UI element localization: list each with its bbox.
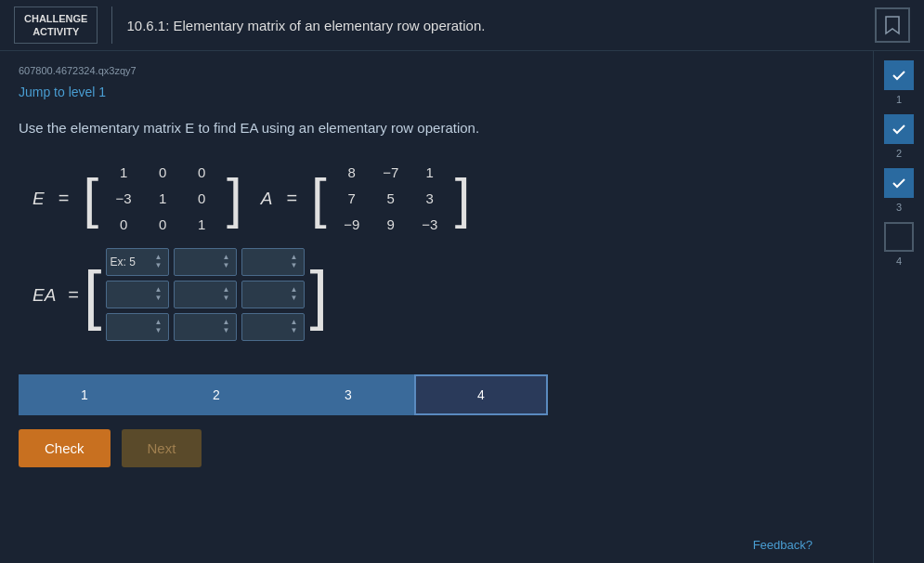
ea-input-r2c2[interactable]: ▲ ▼ (174, 281, 237, 308)
level-1-indicator: 1 (884, 60, 914, 105)
spinner-up-r2c2[interactable]: ▲ (221, 286, 232, 294)
spinner-up-r1c2[interactable]: ▲ (221, 254, 232, 261)
matrix-a: [ 8 −7 1 7 5 3 −9 9 −3 ] (311, 158, 470, 240)
spinner-up-r3c3[interactable]: ▲ (289, 319, 300, 326)
matrix-a-content: 8 −7 1 7 5 3 −9 9 −3 (327, 158, 455, 240)
level-3-number: 3 (896, 202, 902, 213)
level-3-check[interactable] (884, 168, 914, 198)
ea-section: EA = [ Ex: 5 ▲ ▼ ▲ (33, 244, 854, 347)
spinner-up-r1c1[interactable]: ▲ (153, 254, 164, 261)
badge-line1: CHALLENGE (24, 13, 87, 24)
instruction-text: Use the elementary matrix E to find EA u… (19, 118, 706, 139)
matrix-e-content: 1 0 0 −3 1 0 0 0 1 (98, 158, 227, 240)
spinner-down-r2c3[interactable]: ▼ (289, 295, 300, 302)
spinner-up-r3c1[interactable]: ▲ (153, 319, 164, 326)
check-button[interactable]: Check (19, 429, 111, 467)
spinner-down-r2c2[interactable]: ▼ (221, 295, 232, 302)
matrix-equation: E = [ 1 0 0 −3 1 0 0 0 1 ] A (33, 158, 854, 240)
level-3-indicator: 3 (884, 168, 914, 213)
badge-line2: ACTIVITY (33, 26, 79, 37)
level-4-indicator: 4 (884, 222, 914, 267)
content-area: 607800.4672324.qx3zqy7 Jump to level 1 U… (0, 51, 873, 563)
ea-input-r3c2[interactable]: ▲ ▼ (174, 313, 237, 341)
progress-segment-3[interactable]: 3 (282, 374, 414, 415)
progress-segment-4[interactable]: 4 (414, 374, 548, 415)
ea-inputs-grid: Ex: 5 ▲ ▼ ▲ ▼ (102, 244, 310, 347)
ea-bracket-right: ] (310, 268, 328, 323)
ea-bracket-left: [ (84, 268, 101, 323)
a-bracket-left: [ (311, 171, 327, 227)
ea-input-r2c1[interactable]: ▲ ▼ (106, 281, 169, 308)
ea-input-r1c1[interactable]: Ex: 5 ▲ ▼ (106, 248, 169, 276)
progress-segment-2[interactable]: 2 (150, 374, 282, 415)
e-bracket-left: [ (83, 171, 98, 227)
spinner-up-r3c2[interactable]: ▲ (221, 319, 232, 326)
level-2-number: 2 (896, 148, 902, 159)
ea-input-matrix: [ Ex: 5 ▲ ▼ ▲ ▼ (84, 244, 328, 347)
ea-input-r2c3[interactable]: ▲ ▼ (241, 281, 305, 308)
level-2-check[interactable] (884, 114, 914, 144)
e-label: E (33, 189, 45, 209)
progress-segment-1[interactable]: 1 (19, 374, 150, 415)
page-title: 10.6.1: Elementary matrix of an elementa… (126, 18, 875, 33)
question-id: 607800.4672324.qx3zqy7 (19, 65, 854, 76)
ea-input-r3c3[interactable]: ▲ ▼ (241, 313, 305, 341)
next-button[interactable]: Next (122, 429, 202, 467)
level-1-check[interactable] (884, 60, 914, 90)
level-1-number: 1 (896, 94, 902, 105)
level-4-number: 4 (896, 255, 902, 267)
jump-to-level-link[interactable]: Jump to level 1 (19, 85, 106, 99)
ea-input-r3c1[interactable]: ▲ ▼ (106, 313, 169, 341)
spinner-up-r2c3[interactable]: ▲ (289, 286, 300, 294)
spinner-down-r1c2[interactable]: ▼ (221, 262, 232, 269)
ea-input-r1c3[interactable]: ▲ ▼ (241, 248, 305, 276)
level-4-check[interactable] (884, 222, 914, 252)
spinner-down-r3c3[interactable]: ▼ (289, 327, 300, 334)
spinner-up-r1c3[interactable]: ▲ (289, 254, 300, 261)
level-2-indicator: 2 (884, 114, 914, 159)
spinner-down-r2c1[interactable]: ▼ (153, 295, 164, 302)
spinner-down-r3c1[interactable]: ▼ (153, 327, 164, 334)
ea-input-r1c2[interactable]: ▲ ▼ (174, 248, 237, 276)
main-container: 607800.4672324.qx3zqy7 Jump to level 1 U… (0, 51, 924, 563)
e-equals: = (59, 188, 70, 209)
matrix-e: [ 1 0 0 −3 1 0 0 0 1 ] (83, 158, 241, 240)
challenge-badge: CHALLENGE ACTIVITY (14, 7, 98, 45)
feedback-button[interactable]: Feedback? (753, 538, 813, 552)
a-equals: = (286, 188, 297, 209)
progress-bar: 1 2 3 4 (19, 374, 548, 415)
spinner-down-r3c2[interactable]: ▼ (221, 327, 232, 334)
ea-equals: = (68, 284, 79, 306)
right-sidebar: 1 2 3 4 (873, 51, 924, 563)
a-bracket-right: ] (455, 171, 471, 227)
e-bracket-right: ] (227, 171, 242, 227)
spinner-down-r1c3[interactable]: ▼ (289, 262, 300, 269)
ea-label: EA (33, 285, 56, 306)
a-label: A (261, 189, 273, 209)
header-divider (111, 7, 112, 44)
spinner-down-r1c1[interactable]: ▼ (153, 262, 164, 269)
button-row: Check Next (19, 429, 854, 467)
app-header: CHALLENGE ACTIVITY 10.6.1: Elementary ma… (0, 0, 924, 51)
bookmark-icon (875, 7, 910, 43)
spinner-up-r2c1[interactable]: ▲ (153, 286, 164, 294)
